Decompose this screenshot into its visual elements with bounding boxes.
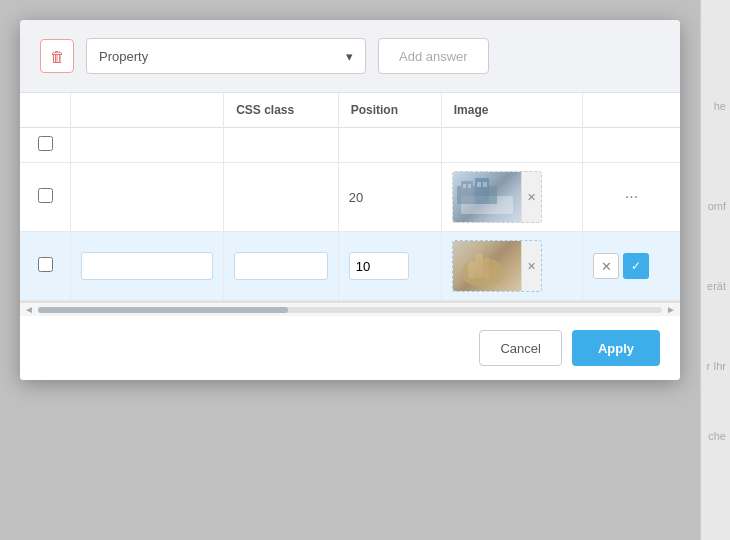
property-select[interactable]: Property ▾ — [86, 38, 366, 74]
row-css-cell-active — [224, 232, 339, 301]
label-input[interactable] — [81, 252, 213, 280]
row-css-cell — [224, 128, 339, 163]
row-checkbox[interactable] — [38, 188, 53, 203]
sidebar-text-1: he — [714, 100, 726, 112]
sidebar-background: he omf erät r Ihr che — [700, 0, 730, 540]
col-header-css: CSS class — [224, 93, 339, 128]
scroll-right-button[interactable]: ► — [666, 304, 676, 315]
row-label-cell — [71, 163, 224, 232]
image-thumbnail: ✕ — [452, 171, 542, 223]
position-value: 20 — [349, 190, 363, 205]
dialog-footer: Cancel Apply — [20, 316, 680, 380]
sidebar-text-5: che — [708, 430, 726, 442]
svg-rect-9 — [483, 257, 490, 279]
sidebar-text-3: erät — [707, 280, 726, 292]
x-icon: ✕ — [601, 259, 612, 274]
svg-rect-5 — [477, 182, 481, 187]
row-checkbox-cell — [20, 128, 71, 163]
svg-rect-3 — [463, 184, 466, 188]
row-checkbox[interactable] — [38, 136, 53, 151]
scroll-left-button[interactable]: ◄ — [24, 304, 34, 315]
thumb-svg-2 — [455, 243, 510, 291]
svg-rect-2 — [475, 178, 489, 204]
table-row: 20 — [20, 163, 680, 232]
svg-rect-10 — [489, 259, 496, 279]
svg-rect-6 — [483, 182, 487, 187]
row-actions-cell[interactable]: ··· — [583, 163, 680, 232]
table-container: CSS class Position Image — [20, 93, 680, 302]
thumb-svg — [457, 176, 497, 204]
trash-icon: 🗑 — [50, 48, 65, 65]
sidebar-text-4: r Ihr — [706, 360, 726, 372]
row-menu-button[interactable]: ··· — [593, 188, 670, 206]
col-header-position: Position — [338, 93, 441, 128]
property-select-label: Property — [99, 49, 148, 64]
close-icon: ✕ — [527, 260, 536, 273]
row-actions-cell-active: ✕ ✓ — [583, 232, 680, 301]
svg-rect-11 — [468, 261, 476, 279]
answers-table: CSS class Position Image — [20, 93, 680, 301]
apply-button[interactable]: Apply — [572, 330, 660, 366]
row-position-cell-active — [338, 232, 441, 301]
row-confirm-button[interactable]: ✓ — [623, 253, 649, 279]
col-header-actions — [583, 93, 680, 128]
table-row — [20, 128, 680, 163]
cancel-button[interactable]: Cancel — [479, 330, 561, 366]
add-answer-button[interactable]: Add answer — [378, 38, 489, 74]
col-header-image: Image — [441, 93, 582, 128]
svg-rect-4 — [468, 184, 471, 188]
row-checkbox-cell — [20, 163, 71, 232]
scroll-track — [38, 307, 662, 313]
dialog-overlay: 🗑 Property ▾ Add answer CSS class — [0, 0, 700, 540]
row-position-cell: 20 — [338, 163, 441, 232]
position-input[interactable] — [349, 252, 409, 280]
image-remove-button[interactable]: ✕ — [521, 171, 541, 223]
dialog: 🗑 Property ▾ Add answer CSS class — [20, 20, 680, 380]
action-buttons: ✕ ✓ — [593, 253, 670, 279]
css-class-input[interactable] — [234, 252, 328, 280]
check-icon: ✓ — [631, 259, 641, 273]
table-row-active: ✕ ✕ ✓ — [20, 232, 680, 301]
col-header-label — [71, 93, 224, 128]
row-image-cell — [441, 128, 582, 163]
row-cancel-button[interactable]: ✕ — [593, 253, 619, 279]
thumb-image-active — [453, 241, 521, 291]
image-thumbnail-active: ✕ — [452, 240, 542, 292]
sidebar-text-2: omf — [708, 200, 726, 212]
col-header-check — [20, 93, 71, 128]
row-image-cell: ✕ — [441, 163, 582, 232]
row-checkbox-cell — [20, 232, 71, 301]
row-image-cell-active: ✕ — [441, 232, 582, 301]
delete-button[interactable]: 🗑 — [40, 39, 74, 73]
row-checkbox-active[interactable] — [38, 257, 53, 272]
horizontal-scrollbar[interactable]: ◄ ► — [20, 302, 680, 316]
row-label-cell-active — [71, 232, 224, 301]
chevron-down-icon: ▾ — [346, 49, 353, 64]
row-label-cell — [71, 128, 224, 163]
scroll-thumb — [38, 307, 288, 313]
row-position-cell — [338, 128, 441, 163]
row-css-cell — [224, 163, 339, 232]
dialog-header: 🗑 Property ▾ Add answer — [20, 20, 680, 93]
thumb-image — [453, 172, 521, 222]
table-header-row: CSS class Position Image — [20, 93, 680, 128]
close-icon: ✕ — [527, 191, 536, 204]
svg-rect-8 — [475, 253, 483, 278]
svg-rect-1 — [461, 181, 473, 204]
row-actions-cell — [583, 128, 680, 163]
image-remove-button-active[interactable]: ✕ — [521, 240, 541, 292]
